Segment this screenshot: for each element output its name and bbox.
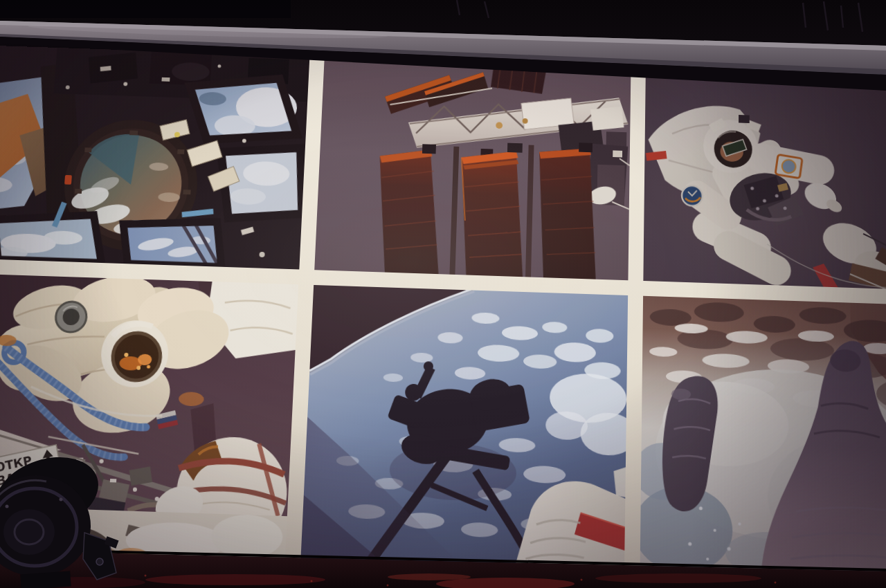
photo-gemini-earth xyxy=(300,285,628,573)
photo-iss-truss xyxy=(314,57,631,280)
ceiling-texture-marks xyxy=(457,0,862,32)
photo-cupola xyxy=(0,46,309,270)
stage-light-silhouette xyxy=(0,451,142,588)
photo-of-projection-screen: ОТКР ЗАКР xyxy=(0,0,886,588)
photo-boots-over-earth xyxy=(640,296,886,583)
photo-spacewalk-astronaut xyxy=(643,67,886,290)
